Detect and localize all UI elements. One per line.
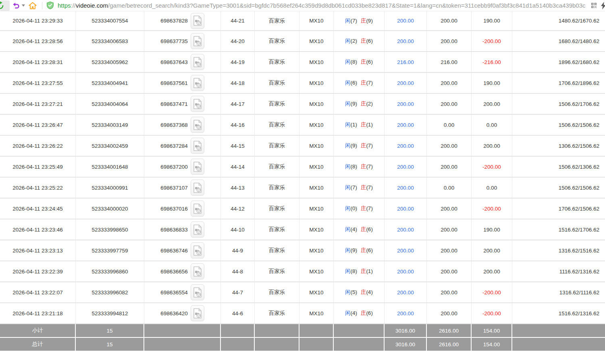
cell-game-id: 698636833 (144, 219, 221, 240)
cell-bet-amount[interactable]: 200.00 (385, 282, 427, 303)
banker-label: 庄 (361, 184, 366, 190)
security-shield-button[interactable] (46, 1, 54, 10)
video-replay-button[interactable] (191, 13, 204, 29)
video-replay-button[interactable] (191, 159, 204, 175)
address-bar[interactable]: https://videoie.com/game/betrecord_searc… (58, 1, 588, 10)
video-file-icon (193, 224, 202, 235)
cell-win-loss: 200.00 (472, 94, 512, 115)
cell-bet-amount[interactable]: 200.00 (385, 11, 427, 31)
cell-round-number: 44-14 (221, 157, 255, 178)
banker-score: (4) (366, 289, 373, 295)
game-id-text: 698637471 (160, 101, 188, 107)
video-replay-button[interactable] (191, 284, 204, 300)
url-path: /game/betrecord_search/kind3?GameType=30… (108, 2, 585, 9)
cell-bet-id: 523333996082 (76, 282, 144, 303)
cell-bet-amount[interactable]: 200.00 (385, 199, 427, 219)
cell-bet-amount[interactable]: 200.00 (385, 178, 427, 199)
qr-code-button[interactable] (591, 0, 597, 11)
cell-valid-amount: 0.00 (427, 115, 472, 136)
cell-win-loss: 190.00 (472, 73, 512, 94)
cell-bet-amount[interactable]: 200.00 (385, 240, 427, 261)
video-replay-button[interactable] (191, 75, 204, 91)
cell-balance: 1116.62/1316.62 (512, 261, 605, 282)
cell-table-name: MX10 (299, 282, 334, 303)
toolbar-divider (42, 2, 42, 9)
cell-valid-amount: 200.00 (427, 282, 472, 303)
cell-valid-amount: 200.00 (427, 157, 472, 178)
player-label: 闲 (345, 268, 351, 274)
table-row: 2026-04-11 23:28:31 523334005962 6986376… (0, 52, 605, 73)
video-file-icon (193, 57, 202, 68)
table-row: 2026-04-11 23:25:22 523334000991 6986371… (0, 178, 605, 199)
cell-bet-amount[interactable]: 200.00 (385, 219, 427, 240)
cell-bet-amount[interactable]: 200.00 (385, 303, 427, 324)
cell-bet-amount[interactable]: 200.00 (385, 261, 427, 282)
video-replay-button[interactable] (191, 263, 204, 279)
cell-valid-amount: 200.00 (427, 94, 472, 115)
game-id-text: 698636420 (160, 310, 188, 316)
player-score: (0) (351, 205, 358, 211)
cell-bet-amount[interactable]: 200.00 (385, 157, 427, 178)
cell-table-name: MX10 (299, 115, 334, 136)
home-button[interactable] (28, 0, 37, 11)
table-row: 2026-04-11 23:23:46 523333998650 6986368… (0, 219, 605, 240)
table-row: 2026-04-11 23:27:55 523334004941 6986375… (0, 73, 605, 94)
banker-label: 庄 (361, 226, 366, 232)
undo-button[interactable] (12, 0, 20, 11)
cell-game-type: 百家乐 (255, 94, 299, 115)
banker-label: 庄 (361, 80, 366, 86)
banker-score: (1) (366, 122, 373, 128)
cell-game-id: 698637561 (144, 73, 221, 94)
cell-bet-amount[interactable]: 200.00 (385, 73, 427, 94)
banker-label: 庄 (361, 310, 366, 316)
cell-bet-id: 523334004941 (76, 73, 144, 94)
player-label: 闲 (345, 122, 351, 128)
cell-result: 闲(9) 庄(6) (334, 240, 385, 261)
video-replay-button[interactable] (191, 138, 204, 154)
cell-bet-amount[interactable]: 200.00 (385, 115, 427, 136)
cell-balance: 1506.62/1506.62 (512, 178, 605, 199)
player-score: (9) (351, 101, 358, 107)
summary-valid-total: 2616.00 (427, 324, 472, 338)
cell-result: 闲(2) 庄(6) (334, 31, 385, 52)
cell-game-type: 百家乐 (255, 115, 299, 136)
cell-round-number: 44-21 (221, 11, 255, 31)
cell-table-name: MX10 (299, 178, 334, 199)
player-score: (4) (351, 310, 358, 316)
cell-win-loss: 0.00 (472, 115, 512, 136)
cell-bet-amount[interactable]: 216.00 (385, 52, 427, 73)
cell-bet-amount[interactable]: 200.00 (385, 31, 427, 52)
player-score: (5) (351, 289, 358, 295)
video-replay-button[interactable] (191, 54, 204, 70)
banker-score: (6) (366, 226, 373, 232)
cell-table-name: MX10 (299, 219, 334, 240)
cell-round-number: 44-20 (221, 31, 255, 52)
url-separator: :// (71, 2, 76, 9)
video-replay-button[interactable] (191, 201, 204, 217)
cell-bet-time: 2026-04-11 23:23:46 (0, 219, 76, 240)
game-id-text: 698637735 (160, 38, 188, 44)
player-score: (8) (351, 268, 358, 274)
video-file-icon (193, 120, 202, 130)
video-replay-button[interactable] (191, 242, 204, 259)
video-replay-button[interactable] (191, 180, 204, 196)
video-replay-button[interactable] (191, 305, 204, 321)
video-replay-button[interactable] (191, 96, 204, 112)
cell-win-loss: -200.00 (472, 31, 512, 52)
refresh-button[interactable] (0, 0, 10, 11)
cell-win-loss: -200.00 (472, 199, 512, 219)
video-replay-button[interactable] (191, 221, 204, 238)
cell-bet-amount[interactable]: 200.00 (385, 136, 427, 157)
cell-table-name: MX10 (299, 199, 334, 219)
cell-round-number: 44-6 (221, 303, 255, 324)
banker-score: (7) (366, 143, 373, 149)
caret-down-icon[interactable] (22, 4, 25, 7)
banker-label: 庄 (361, 143, 366, 149)
banker-label: 庄 (361, 18, 366, 24)
video-replay-button[interactable] (191, 33, 204, 49)
cell-bet-amount[interactable]: 200.00 (385, 94, 427, 115)
video-replay-button[interactable] (191, 117, 204, 133)
cell-bet-id: 523334004064 (76, 94, 144, 115)
lightning-button[interactable] (600, 0, 605, 11)
cell-result: 闲(4) 庄(6) (334, 219, 385, 240)
